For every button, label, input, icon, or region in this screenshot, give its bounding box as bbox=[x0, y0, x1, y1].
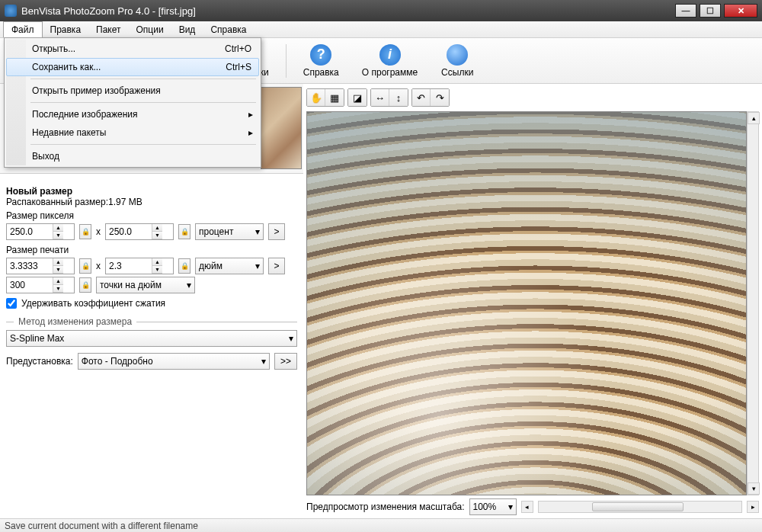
scrollbar-thumb[interactable] bbox=[592, 502, 684, 511]
spinner[interactable]: ▲▼ bbox=[53, 258, 63, 274]
app-icon bbox=[5, 5, 17, 17]
menu-options[interactable]: Опции bbox=[129, 22, 171, 37]
menu-save-as-label: Сохранить как... bbox=[32, 62, 101, 72]
vertical-scrollbar[interactable]: ▴ ▾ bbox=[747, 111, 759, 495]
horizontal-scrollbar[interactable] bbox=[538, 501, 742, 513]
chevron-down-icon: ▾ bbox=[508, 502, 513, 512]
scroll-left-button[interactable]: ◂ bbox=[521, 501, 533, 513]
lock-aspect-icon[interactable]: 🔒 bbox=[79, 224, 91, 239]
preset-label: Предустановка: bbox=[6, 356, 73, 367]
rotate-right-button[interactable]: ↷ bbox=[431, 89, 449, 106]
menu-recent-batches-label: Недавние пакеты bbox=[32, 127, 106, 138]
keep-ratio-row: Удерживать коэффициент сжатия bbox=[6, 298, 297, 309]
status-bar: Save current document with a different f… bbox=[0, 518, 762, 532]
menu-separator bbox=[30, 144, 256, 145]
image-preview[interactable] bbox=[306, 111, 747, 495]
spinner[interactable]: ▲▼ bbox=[53, 277, 63, 293]
flip-horizontal-button[interactable]: ↔ bbox=[371, 89, 389, 106]
times-label: x bbox=[96, 226, 101, 237]
menu-file[interactable]: Файл bbox=[3, 21, 43, 37]
zoom-label: Предпросмотр изменения масштаба: bbox=[306, 502, 465, 512]
preset-row: Предустановка: Фото - Подробно▾ >> bbox=[6, 353, 297, 370]
file-menu-dropdown: Открыть... Ctrl+O Сохранить как... Ctrl+… bbox=[4, 37, 261, 168]
chevron-down-icon: ▾ bbox=[187, 280, 191, 290]
pixel-size-row: ▲▼ 🔒 x ▲▼ 🔒 процент▾ > bbox=[6, 223, 297, 240]
menu-recent-images[interactable]: Последние изображения bbox=[6, 105, 259, 123]
pixel-height-input[interactable]: ▲▼ bbox=[105, 223, 174, 240]
pixel-width-field[interactable] bbox=[7, 226, 53, 237]
hand-tool-button[interactable]: ✋ bbox=[307, 89, 325, 106]
lock-aspect-icon[interactable]: 🔒 bbox=[178, 224, 190, 239]
rotate-left-button[interactable]: ↶ bbox=[412, 89, 431, 106]
marquee-tool-button[interactable]: ▦ bbox=[325, 89, 344, 106]
window-titlebar: BenVista PhotoZoom Pro 4.0 - [first.jpg]… bbox=[0, 0, 762, 21]
lock-aspect-icon[interactable]: 🔒 bbox=[79, 277, 91, 293]
print-size-row: ▲▼ 🔒 x ▲▼ 🔒 дюйм▾ > bbox=[6, 258, 297, 274]
scroll-down-button[interactable]: ▾ bbox=[748, 482, 760, 495]
menu-help[interactable]: Справка bbox=[203, 22, 254, 37]
menu-open-accel: Ctrl+O bbox=[225, 43, 251, 54]
minimize-button[interactable]: — bbox=[675, 4, 696, 18]
lock-aspect-icon[interactable]: 🔒 bbox=[178, 258, 190, 274]
toolbar-about[interactable]: i О программе bbox=[356, 41, 424, 81]
print-size-more-button[interactable]: > bbox=[268, 258, 285, 274]
scroll-up-button[interactable]: ▴ bbox=[748, 112, 760, 124]
maximize-button[interactable]: ☐ bbox=[700, 4, 721, 18]
info-icon: i bbox=[379, 44, 401, 66]
pixel-size-more-button[interactable]: > bbox=[268, 223, 285, 240]
menu-edit[interactable]: Правка bbox=[43, 22, 89, 37]
pixel-unit-select[interactable]: процент▾ bbox=[195, 223, 264, 240]
scroll-right-button[interactable]: ▸ bbox=[747, 501, 759, 513]
menu-save-as[interactable]: Сохранить как... Ctrl+S bbox=[6, 58, 259, 76]
dpi-input[interactable]: ▲▼ bbox=[6, 277, 75, 293]
dpi-field[interactable] bbox=[7, 280, 53, 290]
chevron-down-icon: ▾ bbox=[255, 261, 260, 271]
chevron-down-icon: ▾ bbox=[261, 356, 266, 367]
preset-more-button[interactable]: >> bbox=[274, 353, 297, 370]
toolbar-help[interactable]: ? Справка bbox=[297, 41, 345, 81]
toolbar-links[interactable]: Ссылки bbox=[434, 41, 480, 81]
help-icon: ? bbox=[310, 44, 331, 66]
window-controls: — ☐ ✕ bbox=[675, 4, 757, 18]
toolbar-separator bbox=[286, 44, 287, 78]
crop-tool-button[interactable]: ◪ bbox=[348, 89, 367, 106]
menu-view[interactable]: Вид bbox=[171, 22, 203, 37]
spinner[interactable]: ▲▼ bbox=[53, 224, 63, 239]
dpi-row: ▲▼ 🔒 точки на дюйм▾ bbox=[6, 277, 297, 293]
menu-exit[interactable]: Выход bbox=[6, 147, 259, 165]
pixel-width-input[interactable]: ▲▼ bbox=[6, 223, 75, 240]
keep-ratio-label: Удерживать коэффициент сжатия bbox=[21, 298, 165, 309]
preset-select[interactable]: Фото - Подробно▾ bbox=[78, 353, 270, 370]
flip-vertical-button[interactable]: ↕ bbox=[389, 89, 408, 106]
menu-open[interactable]: Открыть... Ctrl+O bbox=[6, 40, 259, 58]
print-width-input[interactable]: ▲▼ bbox=[6, 258, 75, 274]
resize-method-header: Метод изменения размера bbox=[6, 316, 297, 327]
toolbar-links-label: Ссылки bbox=[441, 67, 473, 78]
menu-batch[interactable]: Пакет bbox=[88, 22, 128, 37]
new-size-header: Новый размер bbox=[6, 186, 297, 197]
print-height-input[interactable]: ▲▼ bbox=[105, 258, 174, 274]
print-unit-select[interactable]: дюйм▾ bbox=[195, 258, 264, 274]
globe-icon bbox=[447, 44, 468, 66]
pixel-height-field[interactable] bbox=[106, 226, 152, 237]
print-height-field[interactable] bbox=[106, 261, 152, 271]
lock-aspect-icon[interactable]: 🔒 bbox=[79, 258, 91, 274]
pixel-size-label: Размер пикселя bbox=[6, 210, 297, 221]
zoom-select[interactable]: 100%▾ bbox=[469, 498, 517, 515]
source-thumbnail[interactable] bbox=[261, 87, 302, 169]
times-label: x bbox=[96, 261, 101, 271]
keep-ratio-checkbox[interactable] bbox=[6, 298, 17, 309]
print-width-field[interactable] bbox=[7, 261, 53, 271]
menu-open-example[interactable]: Открыть пример изображения bbox=[6, 82, 259, 100]
dpi-unit-select[interactable]: точки на дюйм▾ bbox=[96, 277, 195, 293]
menu-recent-batches[interactable]: Недавние пакеты bbox=[6, 123, 259, 142]
resize-method-select[interactable]: S-Spline Max▾ bbox=[6, 330, 297, 347]
spinner[interactable]: ▲▼ bbox=[152, 224, 162, 239]
window-title: BenVista PhotoZoom Pro 4.0 - [first.jpg] bbox=[21, 5, 675, 17]
close-button[interactable]: ✕ bbox=[724, 4, 757, 18]
spinner[interactable]: ▲▼ bbox=[152, 258, 162, 274]
unpacked-size-label: Распакованный размер:1.97 MB bbox=[6, 197, 297, 207]
menu-exit-label: Выход bbox=[32, 151, 59, 162]
right-panel: ✋ ▦ ◪ ↔ ↕ ↶ ↷ ▴ ▾ Предпросмотр изменения bbox=[303, 84, 762, 518]
chevron-down-icon: ▾ bbox=[289, 333, 293, 344]
